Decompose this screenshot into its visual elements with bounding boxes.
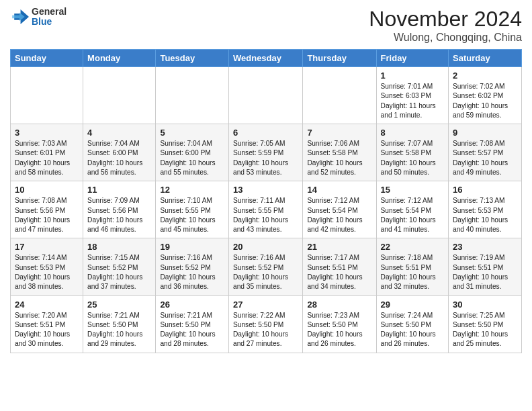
col-thursday: Thursday xyxy=(303,50,376,67)
table-row: 15Sunrise: 7:12 AM Sunset: 5:54 PM Dayli… xyxy=(376,181,448,238)
table-row: 19Sunrise: 7:16 AM Sunset: 5:52 PM Dayli… xyxy=(156,238,229,295)
table-row: 10Sunrise: 7:08 AM Sunset: 5:56 PM Dayli… xyxy=(11,181,83,238)
day-info: Sunrise: 7:16 AM Sunset: 5:52 PM Dayligh… xyxy=(233,253,298,291)
day-info: Sunrise: 7:23 AM Sunset: 5:50 PM Dayligh… xyxy=(307,311,371,349)
day-info: Sunrise: 7:22 AM Sunset: 5:50 PM Dayligh… xyxy=(233,311,298,349)
table-row xyxy=(156,67,229,124)
day-number: 29 xyxy=(381,300,444,310)
day-number: 25 xyxy=(87,300,151,310)
table-row: 27Sunrise: 7:22 AM Sunset: 5:50 PM Dayli… xyxy=(228,295,302,353)
day-info: Sunrise: 7:24 AM Sunset: 5:50 PM Dayligh… xyxy=(381,311,444,349)
day-info: Sunrise: 7:13 AM Sunset: 5:53 PM Dayligh… xyxy=(453,196,517,234)
day-info: Sunrise: 7:07 AM Sunset: 5:58 PM Dayligh… xyxy=(381,139,444,177)
day-info: Sunrise: 7:11 AM Sunset: 5:55 PM Dayligh… xyxy=(233,196,298,234)
title-block: November 2024 Wulong, Chongqing, China xyxy=(369,7,522,44)
day-number: 3 xyxy=(15,128,79,138)
table-row: 3Sunrise: 7:03 AM Sunset: 6:01 PM Daylig… xyxy=(11,124,83,181)
table-row: 21Sunrise: 7:17 AM Sunset: 5:51 PM Dayli… xyxy=(303,238,376,295)
table-row: 23Sunrise: 7:19 AM Sunset: 5:51 PM Dayli… xyxy=(449,238,522,295)
page: General Blue November 2024 Wulong, Chong… xyxy=(0,0,532,360)
logo-general: General xyxy=(32,7,66,17)
table-row: 26Sunrise: 7:21 AM Sunset: 5:50 PM Dayli… xyxy=(156,295,229,353)
col-friday: Friday xyxy=(376,50,448,67)
day-number: 8 xyxy=(381,128,444,138)
day-number: 9 xyxy=(453,128,517,138)
day-info: Sunrise: 7:14 AM Sunset: 5:53 PM Dayligh… xyxy=(15,253,79,291)
table-row: 30Sunrise: 7:25 AM Sunset: 5:50 PM Dayli… xyxy=(449,295,522,353)
day-info: Sunrise: 7:20 AM Sunset: 5:51 PM Dayligh… xyxy=(15,311,79,349)
day-info: Sunrise: 7:05 AM Sunset: 5:59 PM Dayligh… xyxy=(233,139,298,177)
table-row: 5Sunrise: 7:04 AM Sunset: 6:00 PM Daylig… xyxy=(156,124,229,181)
day-number: 16 xyxy=(453,185,517,195)
table-row: 17Sunrise: 7:14 AM Sunset: 5:53 PM Dayli… xyxy=(11,238,83,295)
table-row xyxy=(303,67,376,124)
day-number: 2 xyxy=(453,71,517,81)
day-info: Sunrise: 7:21 AM Sunset: 5:50 PM Dayligh… xyxy=(87,311,151,349)
day-info: Sunrise: 7:21 AM Sunset: 5:50 PM Dayligh… xyxy=(160,311,224,349)
day-number: 28 xyxy=(307,300,371,310)
calendar-week-row: 17Sunrise: 7:14 AM Sunset: 5:53 PM Dayli… xyxy=(11,238,522,295)
table-row: 22Sunrise: 7:18 AM Sunset: 5:51 PM Dayli… xyxy=(376,238,448,295)
col-sunday: Sunday xyxy=(11,50,83,67)
logo-text: General Blue xyxy=(32,7,66,28)
day-number: 21 xyxy=(307,242,371,252)
day-number: 15 xyxy=(381,185,444,195)
day-info: Sunrise: 7:18 AM Sunset: 5:51 PM Dayligh… xyxy=(381,253,444,291)
day-number: 4 xyxy=(87,128,151,138)
day-number: 24 xyxy=(15,300,79,310)
calendar: Sunday Monday Tuesday Wednesday Thursday… xyxy=(10,49,522,353)
calendar-body: 1Sunrise: 7:01 AM Sunset: 6:03 PM Daylig… xyxy=(11,67,522,353)
day-info: Sunrise: 7:12 AM Sunset: 5:54 PM Dayligh… xyxy=(307,196,371,234)
day-info: Sunrise: 7:01 AM Sunset: 6:03 PM Dayligh… xyxy=(381,82,444,120)
day-number: 12 xyxy=(160,185,224,195)
table-row xyxy=(83,67,156,124)
day-number: 22 xyxy=(381,242,444,252)
day-number: 14 xyxy=(307,185,371,195)
calendar-week-row: 3Sunrise: 7:03 AM Sunset: 6:01 PM Daylig… xyxy=(11,124,522,181)
logo-blue: Blue xyxy=(32,17,66,27)
table-row: 4Sunrise: 7:04 AM Sunset: 6:00 PM Daylig… xyxy=(83,124,156,181)
weekday-row: Sunday Monday Tuesday Wednesday Thursday… xyxy=(11,50,522,67)
day-number: 20 xyxy=(233,242,298,252)
table-row: 9Sunrise: 7:08 AM Sunset: 5:57 PM Daylig… xyxy=(449,124,522,181)
logo: General Blue xyxy=(10,7,66,28)
col-saturday: Saturday xyxy=(449,50,522,67)
day-info: Sunrise: 7:17 AM Sunset: 5:51 PM Dayligh… xyxy=(307,253,371,291)
day-info: Sunrise: 7:04 AM Sunset: 6:00 PM Dayligh… xyxy=(160,139,224,177)
day-number: 18 xyxy=(87,242,151,252)
day-number: 1 xyxy=(381,71,444,81)
calendar-week-row: 1Sunrise: 7:01 AM Sunset: 6:03 PM Daylig… xyxy=(11,67,522,124)
day-info: Sunrise: 7:10 AM Sunset: 5:55 PM Dayligh… xyxy=(160,196,224,234)
table-row: 6Sunrise: 7:05 AM Sunset: 5:59 PM Daylig… xyxy=(228,124,302,181)
day-info: Sunrise: 7:15 AM Sunset: 5:52 PM Dayligh… xyxy=(87,253,151,291)
calendar-week-row: 10Sunrise: 7:08 AM Sunset: 5:56 PM Dayli… xyxy=(11,181,522,238)
table-row: 18Sunrise: 7:15 AM Sunset: 5:52 PM Dayli… xyxy=(83,238,156,295)
logo-icon xyxy=(10,7,29,26)
table-row: 25Sunrise: 7:21 AM Sunset: 5:50 PM Dayli… xyxy=(83,295,156,353)
table-row: 8Sunrise: 7:07 AM Sunset: 5:58 PM Daylig… xyxy=(376,124,448,181)
table-row: 1Sunrise: 7:01 AM Sunset: 6:03 PM Daylig… xyxy=(376,67,448,124)
day-info: Sunrise: 7:03 AM Sunset: 6:01 PM Dayligh… xyxy=(15,139,79,177)
day-info: Sunrise: 7:16 AM Sunset: 5:52 PM Dayligh… xyxy=(160,253,224,291)
table-row: 28Sunrise: 7:23 AM Sunset: 5:50 PM Dayli… xyxy=(303,295,376,353)
day-info: Sunrise: 7:12 AM Sunset: 5:54 PM Dayligh… xyxy=(381,196,444,234)
day-number: 26 xyxy=(160,300,224,310)
day-number: 11 xyxy=(87,185,151,195)
day-info: Sunrise: 7:04 AM Sunset: 6:00 PM Dayligh… xyxy=(87,139,151,177)
day-info: Sunrise: 7:19 AM Sunset: 5:51 PM Dayligh… xyxy=(453,253,517,291)
header: General Blue November 2024 Wulong, Chong… xyxy=(10,7,522,44)
table-row: 2Sunrise: 7:02 AM Sunset: 6:02 PM Daylig… xyxy=(449,67,522,124)
table-row: 20Sunrise: 7:16 AM Sunset: 5:52 PM Dayli… xyxy=(228,238,302,295)
day-number: 27 xyxy=(233,300,298,310)
table-row: 29Sunrise: 7:24 AM Sunset: 5:50 PM Dayli… xyxy=(376,295,448,353)
day-info: Sunrise: 7:09 AM Sunset: 5:56 PM Dayligh… xyxy=(87,196,151,234)
table-row: 7Sunrise: 7:06 AM Sunset: 5:58 PM Daylig… xyxy=(303,124,376,181)
day-info: Sunrise: 7:02 AM Sunset: 6:02 PM Dayligh… xyxy=(453,82,517,120)
day-number: 19 xyxy=(160,242,224,252)
calendar-week-row: 24Sunrise: 7:20 AM Sunset: 5:51 PM Dayli… xyxy=(11,295,522,353)
col-wednesday: Wednesday xyxy=(228,50,302,67)
day-number: 30 xyxy=(453,300,517,310)
day-number: 17 xyxy=(15,242,79,252)
day-info: Sunrise: 7:06 AM Sunset: 5:58 PM Dayligh… xyxy=(307,139,371,177)
day-number: 5 xyxy=(160,128,224,138)
